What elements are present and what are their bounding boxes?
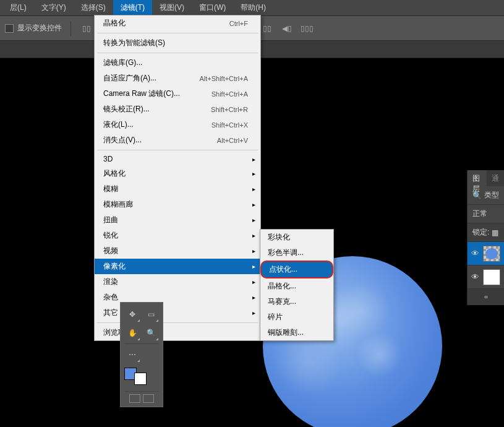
zoom-tool[interactable]: 🔍 bbox=[143, 325, 159, 341]
marquee-icon: ▭ bbox=[148, 310, 155, 319]
menu-color-blocks[interactable]: 彩块化 bbox=[260, 230, 333, 245]
align-icon[interactable]: ◀▯ bbox=[280, 22, 294, 35]
lock-row[interactable]: 锁定: ▦ bbox=[468, 223, 504, 242]
visibility-icon[interactable]: 👁 bbox=[471, 272, 479, 282]
submenu-video[interactable]: 视频 bbox=[95, 243, 260, 259]
menu-vanishing-point[interactable]: 消失点(V)... Alt+Ctrl+V bbox=[95, 132, 260, 148]
checkbox-icon bbox=[5, 24, 14, 33]
tab-layers[interactable]: 图层 bbox=[468, 170, 487, 186]
submenu-render[interactable]: 渲染 bbox=[95, 274, 260, 290]
align-icon[interactable]: ▯▯▯ bbox=[300, 22, 314, 35]
submenu-3d[interactable]: 3D bbox=[95, 152, 260, 166]
menu-filter-gallery[interactable]: 滤镜库(G)... bbox=[95, 55, 260, 71]
submenu-stylize[interactable]: 风格化 bbox=[95, 166, 260, 181]
separator bbox=[97, 150, 258, 150]
menu-camera-raw[interactable]: Camera Raw 滤镜(C)... Shift+Ctrl+A bbox=[95, 86, 260, 101]
align-icon[interactable]: ▯▯ bbox=[80, 22, 93, 35]
dots-icon: ⋯ bbox=[129, 350, 136, 359]
menu-lens-correction[interactable]: 镜头校正(R)... Shift+Ctrl+R bbox=[95, 101, 260, 117]
separator bbox=[97, 53, 258, 53]
hand-icon: ✋ bbox=[128, 329, 137, 337]
submenu-distort[interactable]: 扭曲 bbox=[95, 212, 260, 228]
menu-window[interactable]: 窗口(W) bbox=[192, 0, 233, 15]
more-tools[interactable]: ⋯ bbox=[124, 347, 140, 363]
move-tool[interactable]: ✥ bbox=[124, 306, 140, 322]
tab-channels[interactable]: 通 bbox=[487, 170, 504, 186]
submenu-pixelate[interactable]: 像素化 bbox=[95, 259, 260, 274]
background-color[interactable] bbox=[134, 373, 147, 385]
menu-crystallize[interactable]: 晶格化... bbox=[260, 278, 333, 294]
menu-convert-smart[interactable]: 转换为智能滤镜(S) bbox=[95, 35, 260, 51]
show-transform-option[interactable]: 显示变换控件 bbox=[5, 23, 62, 33]
menu-liquify[interactable]: 液化(L)... Shift+Ctrl+X bbox=[95, 117, 260, 132]
menu-help[interactable]: 帮助(H) bbox=[233, 0, 273, 15]
submenu-sharpen[interactable]: 锐化 bbox=[95, 228, 260, 243]
quick-mask-icon[interactable] bbox=[143, 394, 154, 403]
menu-adaptive-wide-angle[interactable]: 自适应广角(A)... Alt+Shift+Ctrl+A bbox=[95, 71, 260, 86]
filter-dropdown: 晶格化 Ctrl+F 转换为智能滤镜(S) 滤镜库(G)... 自适应广角(A)… bbox=[94, 15, 261, 341]
color-swatches[interactable] bbox=[124, 368, 159, 385]
menu-last-filter[interactable]: 晶格化 Ctrl+F bbox=[95, 15, 260, 31]
layer-thumbnail[interactable] bbox=[483, 246, 500, 262]
layer-item[interactable]: 👁 bbox=[468, 265, 504, 289]
panel-footer: ⚭ bbox=[468, 289, 504, 305]
cursor-icon: ✥ bbox=[129, 310, 135, 319]
menu-layer[interactable]: 层(L) bbox=[2, 0, 34, 15]
layers-panel: 图层 通 🔍 类型 正常 锁定: ▦ 👁 👁 ⚭ bbox=[467, 170, 504, 305]
menu-filter[interactable]: 滤镜(T) bbox=[113, 0, 152, 15]
hand-tool[interactable]: ✋ bbox=[124, 325, 140, 341]
blend-mode-row[interactable]: 正常 bbox=[468, 205, 504, 223]
menu-bar: 层(L) 文字(Y) 选择(S) 滤镜(T) 视图(V) 窗口(W) 帮助(H) bbox=[0, 0, 504, 16]
layer-item[interactable]: 👁 bbox=[468, 242, 504, 265]
submenu-blur-gallery[interactable]: 模糊画廊 bbox=[95, 197, 260, 212]
option-label: 显示变换控件 bbox=[17, 23, 62, 33]
menu-select[interactable]: 选择(S) bbox=[74, 0, 113, 15]
menu-fragment[interactable]: 碎片 bbox=[260, 309, 333, 325]
menu-pointillize[interactable]: 点状化... bbox=[260, 261, 333, 278]
menu-color-halftone[interactable]: 彩色半调... bbox=[260, 245, 333, 261]
layer-thumbnail[interactable] bbox=[483, 269, 500, 285]
visibility-icon[interactable]: 👁 bbox=[471, 249, 479, 258]
lock-icon: ▦ bbox=[492, 228, 498, 237]
zoom-icon: 🔍 bbox=[147, 329, 156, 337]
tools-panel: ✥ ▭ ✋ 🔍 ⋯ bbox=[120, 302, 163, 407]
link-icon[interactable]: ⚭ bbox=[483, 293, 489, 301]
align-icon[interactable]: ▯▯ bbox=[260, 22, 274, 35]
menu-view[interactable]: 视图(V) bbox=[152, 0, 192, 15]
pixelate-submenu: 彩块化 彩色半调... 点状化... 晶格化... 马赛克... 碎片 铜版雕刻… bbox=[260, 229, 334, 341]
marquee-tool[interactable]: ▭ bbox=[143, 306, 159, 322]
menu-mosaic[interactable]: 马赛克... bbox=[260, 294, 333, 309]
layer-list: 👁 👁 bbox=[468, 242, 504, 289]
screen-mode-icon[interactable] bbox=[129, 394, 140, 403]
menu-type[interactable]: 文字(Y) bbox=[34, 0, 74, 15]
submenu-blur[interactable]: 模糊 bbox=[95, 181, 260, 197]
separator bbox=[70, 21, 71, 36]
separator bbox=[97, 33, 258, 33]
search-icon: 🔍 bbox=[472, 191, 482, 200]
menu-mezzotint[interactable]: 铜版雕刻... bbox=[260, 325, 333, 340]
